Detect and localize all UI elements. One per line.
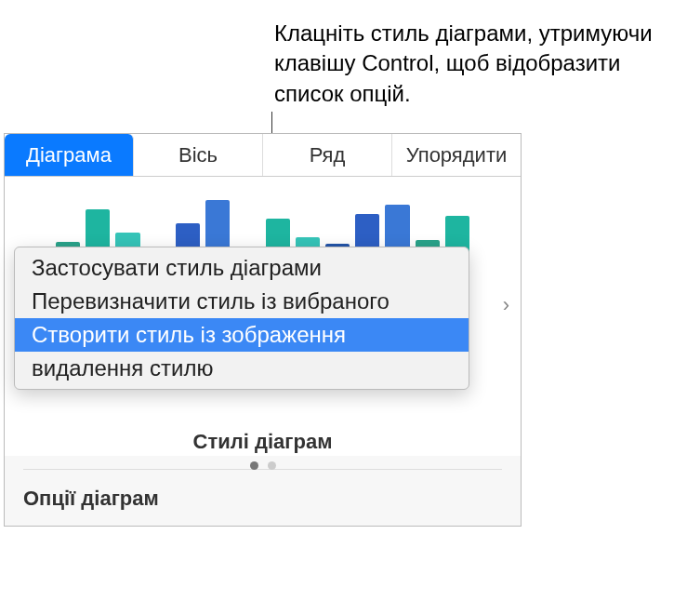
chart-styles-label: Стилі діаграм	[42, 430, 483, 454]
page-dot-1[interactable]	[250, 461, 258, 470]
page-dots	[42, 461, 483, 470]
inspector-panel: Діаграма Вісь Ряд Упорядити ‹ › Застосув…	[4, 133, 522, 527]
chart-options-label: Опції діаграм	[5, 470, 521, 526]
callout-text: Клацніть стиль діаграми, утримуючи клаві…	[274, 19, 674, 109]
tab-bar: Діаграма Вісь Ряд Упорядити	[5, 134, 521, 177]
tab-chart[interactable]: Діаграма	[5, 134, 134, 176]
menu-create-style[interactable]: Створити стиль із зображення	[15, 318, 469, 352]
tab-axis[interactable]: Вісь	[134, 134, 263, 176]
page-dot-2[interactable]	[268, 461, 276, 470]
carousel-next-icon[interactable]: ›	[503, 293, 509, 317]
menu-apply-style[interactable]: Застосувати стиль діаграми	[15, 251, 469, 285]
tab-series[interactable]: Ряд	[263, 134, 392, 176]
tab-arrange[interactable]: Упорядити	[392, 134, 521, 176]
chart-styles-carousel: ‹ › Застосувати стиль діаграми Перевизна…	[5, 177, 521, 456]
menu-delete-style[interactable]: видалення стилю	[15, 352, 469, 385]
menu-redefine-style[interactable]: Перевизначити стиль із вибраного	[15, 285, 469, 318]
context-menu: Застосувати стиль діаграми Перевизначити…	[14, 247, 469, 390]
